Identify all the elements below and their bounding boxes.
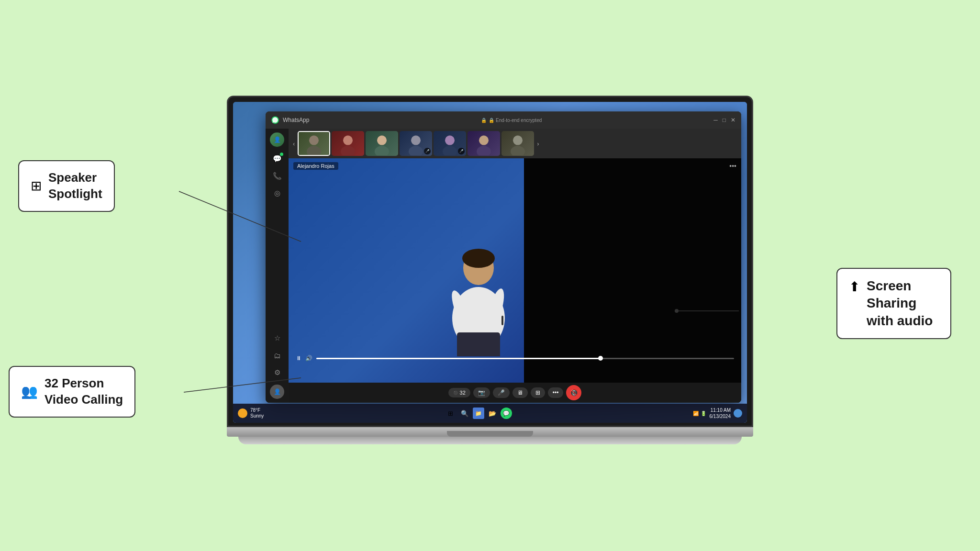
svg-rect-24: [457, 332, 500, 356]
presenter-figure: [431, 222, 526, 356]
main-content: ⊞ SpeakerSpotlight 👥 32 PersonVideo Call…: [0, 86, 980, 444]
taskbar-center-icons: ⊞ 🔍 📁 📂 💬: [445, 408, 512, 419]
video-toggle-button[interactable]: 📷: [473, 387, 490, 398]
participant-thumb-4[interactable]: 🎤: [400, 131, 432, 156]
encryption-badge: 🔒 🔒 End-to-end encrypted: [481, 118, 542, 123]
progress-fill: [316, 358, 601, 359]
windows-start-icon[interactable]: ⊞: [445, 408, 457, 419]
laptop-screen-frame: WhatsApp 🔒 🔒 End-to-end encrypted ─ □ ✕: [227, 96, 753, 427]
system-tray-icons: 📶 🔋: [693, 411, 706, 416]
more-ctrl-icon: •••: [553, 389, 559, 396]
chat-badge: [280, 153, 283, 156]
laptop-screen: WhatsApp 🔒 🔒 End-to-end encrypted ─ □ ✕: [233, 102, 747, 423]
taskbar-left: 78°F Sunny: [238, 408, 264, 419]
speaker-spotlight-icon: ⊞: [31, 178, 42, 194]
svg-point-17: [479, 135, 489, 145]
sidebar-status-icon[interactable]: ◎: [270, 186, 284, 200]
laptop-base: [227, 427, 753, 437]
title-bar-left: WhatsApp: [271, 116, 309, 124]
window-title-text: WhatsApp: [283, 117, 309, 123]
clock-time: 11:10 AM: [709, 407, 731, 413]
taskbar-right: 📶 🔋 11:10 AM 6/13/2024: [693, 407, 742, 419]
sidebar-archive-icon[interactable]: 🗂: [270, 348, 284, 363]
screen-sharing-label: ScreenSharingwith audio: [867, 277, 933, 330]
sidebar-star-icon[interactable]: ☆: [270, 331, 284, 345]
svg-point-8: [307, 146, 321, 155]
mute-button[interactable]: 🎤: [493, 387, 510, 398]
screen-share-button[interactable]: 🖥: [512, 387, 528, 398]
screen-share-ctrl-icon: 🖥: [517, 389, 523, 396]
participant-thumb-2[interactable]: [332, 131, 364, 156]
app-sidebar: 👤 💬 📞 ◎ ☆ 🗂 ⚙: [266, 129, 289, 403]
video-icon: 📷: [478, 389, 485, 396]
svg-point-11: [377, 135, 387, 145]
person-video-annotation: 👥 32 PersonVideo Calling: [9, 366, 135, 418]
wifi-icon: 📶: [693, 411, 699, 416]
volume-button[interactable]: 🔊: [305, 355, 312, 362]
participants-count-button[interactable]: ⚫ 32: [448, 388, 470, 397]
speaker-spotlight-label: SpeakerSpotlight: [48, 170, 102, 202]
taskbar-notification-icon[interactable]: [734, 409, 742, 418]
mic-icon: 🎤: [498, 389, 505, 396]
minimize-button[interactable]: ─: [713, 117, 718, 123]
pause-button[interactable]: ⏸: [296, 355, 301, 362]
maximize-button[interactable]: □: [723, 117, 726, 123]
taskbar-search-icon[interactable]: 🔍: [459, 408, 470, 419]
svg-point-9: [343, 135, 353, 145]
strip-prev-btn[interactable]: ‹: [291, 140, 296, 147]
whatsapp-titlebar-icon: [271, 116, 279, 124]
sidebar-chat-icon[interactable]: 💬: [270, 152, 284, 166]
end-call-button[interactable]: 📵: [566, 385, 581, 400]
clock-date: 6/13/2024: [709, 413, 731, 419]
whatsapp-app-window[interactable]: WhatsApp 🔒 🔒 End-to-end encrypted ─ □ ✕: [266, 111, 741, 403]
person-video-label: 32 PersonVideo Calling: [45, 375, 123, 408]
svg-point-18: [477, 146, 491, 155]
user-avatar[interactable]: 👤: [270, 132, 284, 147]
effects-button[interactable]: ⊞: [531, 387, 545, 398]
participant-thumb-6[interactable]: [468, 131, 500, 156]
progress-track[interactable]: [316, 358, 734, 359]
window-title-bar: WhatsApp 🔒 🔒 End-to-end encrypted ─ □ ✕: [266, 111, 741, 129]
laptop: WhatsApp 🔒 🔒 End-to-end encrypted ─ □ ✕: [227, 96, 753, 444]
sidebar-calls-icon[interactable]: 📞: [270, 169, 284, 183]
participants-strip: ‹: [289, 129, 741, 158]
close-button[interactable]: ✕: [731, 117, 735, 123]
lock-icon: 🔒: [481, 118, 487, 123]
sidebar-settings-icon[interactable]: ⚙: [270, 365, 284, 380]
effects-icon: ⊞: [535, 389, 540, 396]
app-body: 👤 💬 📞 ◎ ☆ 🗂 ⚙: [266, 129, 741, 403]
taskbar-weather: 78°F Sunny: [250, 408, 264, 419]
svg-point-16: [443, 146, 457, 155]
participants-dot-icon: ⚫: [453, 391, 458, 395]
window-controls[interactable]: ─ □ ✕: [713, 117, 735, 123]
svg-rect-27: [501, 316, 503, 325]
svg-point-12: [375, 146, 389, 155]
svg-point-7: [309, 135, 319, 145]
video-progress-bar[interactable]: ⏸ 🔊: [296, 355, 734, 362]
laptop-foot: [238, 437, 742, 444]
progress-thumb[interactable]: [598, 356, 603, 361]
taskbar-folder-icon[interactable]: 📂: [487, 408, 498, 419]
svg-point-14: [409, 146, 423, 155]
svg-point-10: [341, 146, 355, 155]
svg-point-20: [511, 146, 525, 155]
encryption-text: 🔒 End-to-end encrypted: [489, 118, 542, 123]
more-options-button[interactable]: •••: [729, 162, 736, 170]
svg-point-13: [411, 135, 421, 145]
strip-next-btn[interactable]: ›: [535, 140, 540, 147]
more-controls-button[interactable]: •••: [548, 387, 564, 398]
taskbar-files-icon[interactable]: 📁: [473, 408, 484, 419]
temperature: 78°F: [250, 408, 264, 413]
participant-thumb-3[interactable]: [366, 131, 398, 156]
weather-desc: Sunny: [250, 413, 264, 419]
end-call-icon: 📵: [570, 389, 578, 397]
participant-thumb-5[interactable]: 🎤: [434, 131, 466, 156]
participant-thumb-1[interactable]: [298, 131, 330, 156]
participant-thumb-7[interactable]: [501, 131, 534, 156]
svg-point-23: [462, 249, 495, 268]
presenter-background: [524, 158, 741, 383]
sidebar-user-icon[interactable]: 👤: [270, 385, 284, 399]
screen-sharing-annotation: ⬆ ScreenSharingwith audio: [836, 268, 951, 339]
taskbar-whatsapp-icon[interactable]: 💬: [501, 408, 512, 419]
svg-point-15: [445, 135, 455, 145]
